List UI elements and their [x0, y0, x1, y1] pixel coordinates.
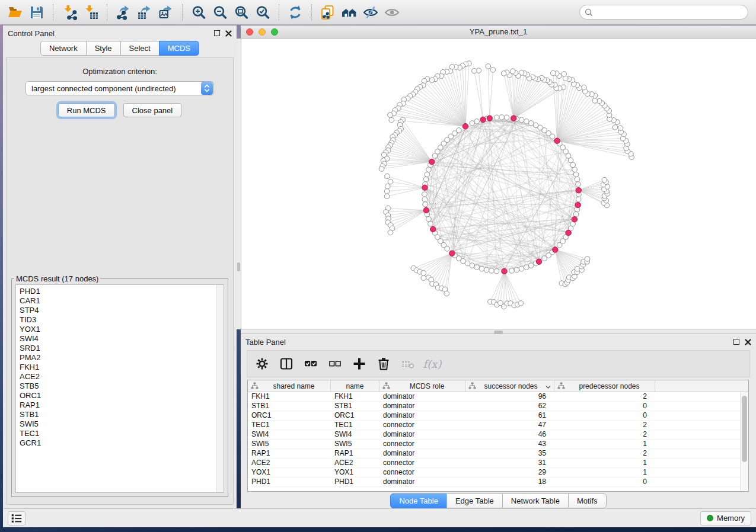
result-node[interactable]: STB1 [20, 410, 216, 419]
float-panel-icon[interactable] [214, 30, 220, 36]
zoom-selected-icon[interactable] [252, 2, 273, 23]
search-field[interactable] [579, 5, 748, 20]
graph-node[interactable] [486, 64, 491, 69]
graph-node[interactable] [423, 177, 429, 182]
result-node[interactable]: ACE2 [20, 372, 216, 382]
graph-hub-node[interactable] [511, 116, 516, 121]
table-vscroll-thumb[interactable] [742, 396, 747, 462]
graph-hub-node[interactable] [480, 117, 486, 122]
import-network-icon[interactable] [59, 2, 80, 23]
table-row[interactable]: PHD1PHD1dominator180 [248, 477, 748, 487]
graph-node[interactable] [470, 121, 475, 126]
graph-node[interactable] [504, 115, 509, 120]
graph-node[interactable] [524, 265, 529, 270]
graph-hub-node[interactable] [566, 230, 571, 235]
tab-network-table[interactable]: Network Table [502, 493, 569, 508]
graph-node[interactable] [389, 117, 394, 123]
clone-network-icon[interactable] [317, 2, 339, 23]
graph-node[interactable] [444, 291, 449, 296]
column-header-mcds-role[interactable]: MCDS role [379, 380, 465, 392]
result-node[interactable]: SWI5 [20, 419, 216, 429]
result-node[interactable]: FKH1 [20, 363, 216, 372]
graph-node[interactable] [489, 268, 495, 274]
graph-node[interactable] [499, 115, 505, 120]
graph-hub-node[interactable] [462, 124, 468, 129]
graph-hub-node[interactable] [554, 138, 560, 143]
graph-node[interactable] [514, 267, 519, 273]
graph-node[interactable] [388, 179, 393, 184]
function-builder-icon[interactable]: f(x) [425, 356, 440, 371]
delete-column-icon[interactable] [376, 356, 391, 371]
result-node[interactable]: TID3 [20, 315, 216, 325]
window-minimize-button[interactable] [259, 28, 266, 36]
graph-node[interactable] [573, 172, 579, 177]
table-row[interactable]: ACE2ACE2connector311 [248, 459, 748, 468]
graph-node[interactable] [388, 230, 393, 235]
result-node[interactable]: TEC1 [20, 429, 216, 438]
graph-hub-node[interactable] [422, 185, 428, 190]
table-row[interactable]: TEC1TEC1connector472 [248, 421, 748, 430]
result-node[interactable]: RAP1 [20, 400, 216, 410]
result-node[interactable]: STP4 [20, 306, 216, 315]
show-all-icon[interactable] [381, 2, 403, 23]
zoom-out-icon[interactable] [209, 2, 231, 23]
mcds-result-scrollbar[interactable] [216, 285, 224, 492]
graph-node[interactable] [474, 119, 480, 124]
table-row[interactable]: FKH1FKH1dominator962 [248, 392, 748, 402]
graph-node[interactable] [576, 197, 581, 202]
export-network-icon[interactable] [113, 2, 134, 23]
graph-node[interactable] [528, 121, 534, 126]
column-header-shared-name[interactable]: shared name [248, 380, 331, 392]
show-columns-icon[interactable] [279, 356, 294, 371]
network-canvas[interactable] [241, 39, 756, 329]
graph-node[interactable] [509, 268, 515, 274]
tab-mcds[interactable]: MCDS [159, 41, 199, 56]
graph-node[interactable] [474, 265, 480, 270]
zoom-in-icon[interactable] [188, 2, 209, 23]
graph-node[interactable] [479, 266, 484, 271]
column-header-predecessor-nodes[interactable]: predecessor nodes [554, 380, 655, 392]
zoom-fit-icon[interactable] [231, 2, 252, 23]
graph-node[interactable] [423, 202, 428, 207]
graph-node[interactable] [421, 275, 426, 281]
graph-hub-node[interactable] [502, 268, 507, 274]
tab-motifs[interactable]: Motifs [568, 493, 607, 508]
memory-button[interactable]: Memory [700, 511, 751, 525]
select-all-icon[interactable] [303, 356, 318, 371]
graph-node[interactable] [618, 126, 623, 131]
graph-hub-node[interactable] [553, 247, 558, 252]
graph-node[interactable] [384, 194, 390, 199]
network-vscrollbar[interactable] [237, 39, 241, 329]
table-row[interactable]: STB1STB1dominator620 [248, 402, 748, 411]
graph-node[interactable] [582, 85, 587, 90]
export-image-icon[interactable] [155, 2, 177, 23]
graph-node[interactable] [518, 301, 524, 306]
window-close-button[interactable] [246, 28, 253, 36]
graph-node[interactable] [385, 174, 390, 179]
result-node[interactable]: YOX1 [20, 325, 216, 334]
graph-node[interactable] [472, 68, 477, 73]
tab-network[interactable]: Network [40, 41, 87, 56]
graph-node[interactable] [519, 117, 524, 123]
graph-node[interactable] [421, 271, 426, 276]
network-vscroll-thumb[interactable] [237, 262, 240, 271]
result-node[interactable]: SRD1 [20, 344, 216, 353]
graph-hub-node[interactable] [487, 116, 492, 121]
result-node[interactable]: PMA2 [20, 353, 216, 363]
column-header-successor-nodes[interactable]: successor nodes [465, 380, 554, 392]
hide-selected-icon[interactable] [360, 2, 381, 23]
tab-node-table[interactable]: Node Table [390, 493, 447, 508]
graph-node[interactable] [494, 115, 499, 120]
result-node[interactable]: PHD1 [20, 287, 216, 296]
graph-hub-node[interactable] [429, 159, 435, 164]
graph-node[interactable] [465, 261, 470, 266]
table-row[interactable]: ORC1ORC1dominator610 [248, 411, 748, 421]
graph-node[interactable] [528, 263, 534, 268]
graph-node[interactable] [470, 263, 475, 268]
graph-hub-node[interactable] [449, 251, 455, 256]
table-row[interactable]: YOX1YOX1connector291 [248, 468, 748, 477]
table-row[interactable]: RAP1RAP1dominator352 [248, 449, 748, 459]
network-hscrollbar[interactable] [241, 329, 756, 334]
result-node[interactable]: CAR1 [20, 296, 216, 306]
graph-node[interactable] [613, 125, 618, 130]
